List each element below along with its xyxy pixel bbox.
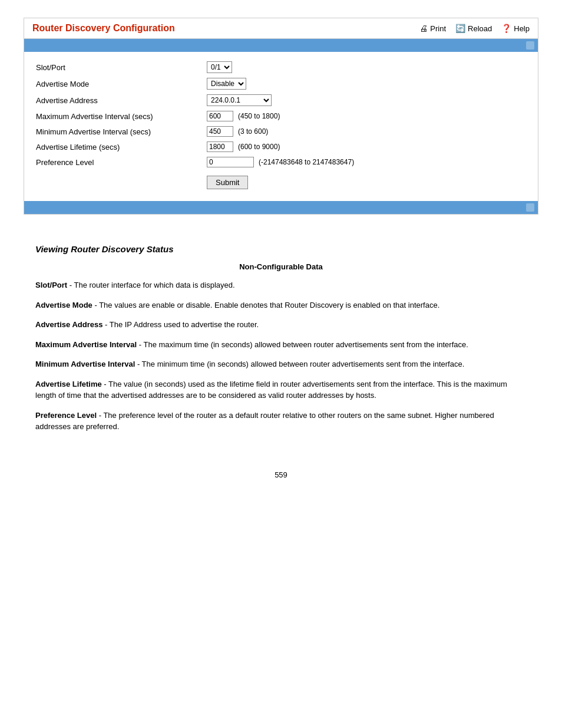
max-advertise-interval-input[interactable] xyxy=(207,111,233,121)
doc-para-max-interval: Maximum Advertise Interval - The maximum… xyxy=(35,339,527,351)
doc-section: Viewing Router Discovery Status Non-Conf… xyxy=(24,238,538,447)
doc-title: Viewing Router Discovery Status xyxy=(35,244,527,254)
max-advertise-interval-hint: (450 to 1800) xyxy=(238,112,280,120)
advertise-lifetime-hint: (600 to 9000) xyxy=(238,143,280,151)
advertise-lifetime-control: (600 to 9000) xyxy=(207,141,280,152)
help-button[interactable]: ❓ Help xyxy=(501,24,530,33)
advertise-mode-label: Advertise Mode xyxy=(36,80,207,88)
min-advertise-interval-control: (3 to 600) xyxy=(207,126,268,137)
doc-para-min-interval: Minimum Advertise Interval - The minimum… xyxy=(35,358,527,370)
advertise-address-row: Advertise Address 224.0.0.1 xyxy=(36,94,526,106)
doc-para-advertise-address: Advertise Address - The IP Address used … xyxy=(35,319,527,331)
slot-port-control: 0/1 xyxy=(207,61,232,73)
doc-term-min-interval: Minimum Advertise Interval xyxy=(35,360,135,368)
doc-para-slot-port: Slot/Port - The router interface for whi… xyxy=(35,279,527,291)
doc-def-max-interval: - The maximum time (in seconds) allowed … xyxy=(137,340,468,349)
doc-subtitle: Non-Configurable Data xyxy=(35,262,527,271)
preference-level-input[interactable] xyxy=(207,157,254,167)
min-advertise-interval-row: Minimum Advertise Interval (secs) (3 to … xyxy=(36,126,526,137)
print-button[interactable]: 🖨 Print xyxy=(419,24,446,33)
help-icon: ❓ xyxy=(501,24,511,33)
doc-para-advertise-mode: Advertise Mode - The values are enable o… xyxy=(35,299,527,311)
doc-def-lifetime: - The value (in seconds) used as the lif… xyxy=(35,380,507,400)
advertise-mode-select[interactable]: Disable Enable xyxy=(207,78,246,90)
header-actions: 🖨 Print 🔄 Reload ❓ Help xyxy=(419,24,530,33)
min-advertise-interval-input[interactable] xyxy=(207,126,233,137)
doc-term-advertise-address: Advertise Address xyxy=(35,320,103,329)
min-advertise-interval-hint: (3 to 600) xyxy=(238,127,268,136)
advertise-lifetime-input[interactable] xyxy=(207,141,233,152)
advertise-address-label: Advertise Address xyxy=(36,96,207,105)
reload-button[interactable]: 🔄 Reload xyxy=(455,24,492,33)
doc-def-min-interval: - The minimum time (in seconds) allowed … xyxy=(135,360,464,368)
advertise-address-select[interactable]: 224.0.0.1 xyxy=(207,94,272,106)
help-label: Help xyxy=(514,24,530,33)
slot-port-select[interactable]: 0/1 xyxy=(207,61,232,73)
doc-term-lifetime: Advertise Lifetime xyxy=(35,380,102,388)
config-header: Router Discovery Configuration 🖨 Print 🔄… xyxy=(24,18,538,39)
print-label: Print xyxy=(430,24,446,33)
doc-para-preference-level: Preference Level - The preference level … xyxy=(35,410,527,433)
doc-def-preference-level: - The preference level of the router as … xyxy=(35,411,494,431)
preference-level-hint: (-2147483648 to 2147483647) xyxy=(259,158,354,166)
slot-port-label: Slot/Port xyxy=(36,63,207,72)
max-advertise-interval-label: Maximum Advertise Interval (secs) xyxy=(36,112,207,121)
min-advertise-interval-label: Minimum Advertise Interval (secs) xyxy=(36,127,207,136)
blue-bar-bottom xyxy=(24,201,538,214)
doc-def-advertise-address: - The IP Address used to advertise the r… xyxy=(103,320,259,329)
preference-level-control: (-2147483648 to 2147483647) xyxy=(207,157,354,167)
doc-para-lifetime: Advertise Lifetime - The value (in secon… xyxy=(35,378,527,401)
advertise-mode-row: Advertise Mode Disable Enable xyxy=(36,78,526,90)
config-title: Router Discovery Configuration xyxy=(32,23,175,34)
config-body: Slot/Port 0/1 Advertise Mode Disable Ena… xyxy=(24,52,538,201)
blue-bar-top xyxy=(24,39,538,52)
page-number: 559 xyxy=(24,470,538,479)
advertise-lifetime-row: Advertise Lifetime (secs) (600 to 9000) xyxy=(36,141,526,152)
submit-button[interactable]: Submit xyxy=(207,176,248,189)
submit-row: Submit xyxy=(207,176,526,189)
advertise-mode-control: Disable Enable xyxy=(207,78,246,90)
doc-term-max-interval: Maximum Advertise Interval xyxy=(35,340,137,349)
reload-icon: 🔄 xyxy=(455,24,465,33)
reload-label: Reload xyxy=(468,24,492,33)
preference-level-row: Preference Level (-2147483648 to 2147483… xyxy=(36,157,526,167)
doc-def-advertise-mode: - The values are enable or disable. Enab… xyxy=(92,301,439,309)
doc-term-slot-port: Slot/Port xyxy=(35,281,67,289)
advertise-lifetime-label: Advertise Lifetime (secs) xyxy=(36,143,207,151)
doc-term-preference-level: Preference Level xyxy=(35,411,97,420)
preference-level-label: Preference Level xyxy=(36,158,207,167)
max-advertise-interval-control: (450 to 1800) xyxy=(207,111,280,121)
config-panel: Router Discovery Configuration 🖨 Print 🔄… xyxy=(24,18,538,215)
print-icon: 🖨 xyxy=(419,24,428,33)
slot-port-row: Slot/Port 0/1 xyxy=(36,61,526,73)
doc-term-advertise-mode: Advertise Mode xyxy=(35,301,92,309)
max-advertise-interval-row: Maximum Advertise Interval (secs) (450 t… xyxy=(36,111,526,121)
doc-def-slot-port: - The router interface for which data is… xyxy=(67,281,234,289)
advertise-address-control: 224.0.0.1 xyxy=(207,94,272,106)
